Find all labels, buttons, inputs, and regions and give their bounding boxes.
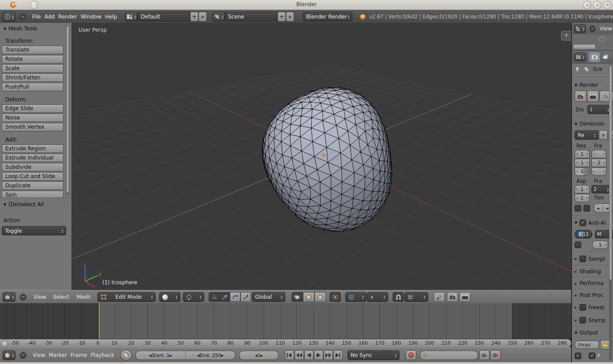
open-region-plus-handle[interactable]: +: [561, 31, 571, 41]
collapse-menus-icon[interactable]: [20, 14, 26, 20]
frame-rate-dropdown[interactable]: 2 ▴▾: [591, 185, 611, 193]
tool-shelf-scrollbar[interactable]: [66, 26, 69, 195]
shelf-button[interactable]: Rotate: [2, 55, 64, 63]
proportional-falloff-dropdown[interactable]: ∧ ▴▾: [367, 292, 388, 302]
menu-mesh[interactable]: Mesh: [75, 294, 93, 300]
add-scene-button[interactable]: +: [277, 12, 286, 22]
pin-icon[interactable]: [575, 67, 580, 72]
shelf-button[interactable]: Extrude Individual: [2, 154, 64, 162]
dimensions-panel-header[interactable]: ▼ Dimensio: [575, 121, 604, 127]
overwrite-checkbox[interactable]: ✓: [575, 353, 581, 359]
collapse-menus-icon[interactable]: [20, 294, 26, 301]
outliner-horizontal-scrollbar[interactable]: [573, 44, 596, 49]
menu-add[interactable]: Add: [43, 14, 56, 20]
aa-samples-field[interactable]: 811: [575, 230, 592, 238]
keying-set-field[interactable]: [420, 351, 478, 360]
menu-help[interactable]: Help: [103, 14, 119, 20]
frame-range-field[interactable]: ◂2▸: [591, 159, 606, 167]
editor-type-3dview-button[interactable]: ▴▾: [3, 292, 15, 302]
end-frame-field[interactable]: ◂End: 250▸: [185, 351, 235, 360]
play-button[interactable]: [314, 350, 323, 360]
delete-keyframe-button[interactable]: [490, 350, 501, 360]
add-preset-button[interactable]: +: [599, 130, 608, 140]
start-frame-field[interactable]: ◂Start: 1▸: [136, 351, 185, 360]
anti-aliasing-checkbox[interactable]: ✓: [579, 219, 586, 226]
aa-size-field[interactable]: 1▸: [592, 241, 608, 249]
delete-screen-layout-button[interactable]: ✕: [198, 12, 207, 22]
manipulator-scale-button[interactable]: [240, 292, 251, 302]
restrict-render-icon[interactable]: [599, 37, 605, 42]
sampled-motion-blur-checkbox[interactable]: [579, 256, 586, 262]
sampled-motion-blur-panel-header[interactable]: ► Sampl: [575, 256, 605, 262]
display-mode-dropdown[interactable]: I ▴▾: [587, 105, 612, 114]
freestyle-checkbox[interactable]: [579, 304, 586, 311]
screen-layout-field[interactable]: Default: [138, 12, 190, 22]
performance-panel-header[interactable]: ► Performa: [575, 280, 604, 286]
opengl-render-animation-button[interactable]: [459, 292, 471, 302]
editor-type-info-button[interactable]: i ▴▾: [3, 12, 15, 22]
menu-file[interactable]: File: [30, 14, 43, 20]
tab-render-layers-context[interactable]: [600, 52, 611, 62]
shelf-button[interactable]: Extrude Region: [2, 145, 64, 153]
shelf-button[interactable]: Edge Slide: [2, 104, 64, 113]
anti-aliasing-panel-header[interactable]: ▼ ✓ Anti-Al: [575, 219, 606, 226]
shelf-button[interactable]: Noise: [2, 114, 64, 122]
panel-drag-grip-icon[interactable]: [62, 202, 69, 207]
shelf-button[interactable]: Spin: [2, 191, 64, 197]
window-close-button[interactable]: ✕: [603, 1, 612, 9]
stamp-panel-header[interactable]: ► Stamp: [575, 317, 606, 323]
outliner-menu-view[interactable]: View: [598, 26, 613, 32]
editor-type-properties-button[interactable]: ▴▾: [574, 52, 586, 61]
jump-to-end-button[interactable]: [333, 350, 343, 360]
edge-select-mode-button[interactable]: [303, 292, 314, 302]
render-engine-dropdown[interactable]: Blender Render ▴▾: [303, 12, 352, 22]
action-dropdown[interactable]: Toggle ▴▾: [2, 226, 66, 235]
menu-window[interactable]: Window: [79, 14, 103, 20]
timeline-channels-area[interactable]: [0, 303, 571, 339]
manipulator-rotate-button[interactable]: [230, 292, 240, 302]
outliner-body[interactable]: [572, 34, 613, 50]
render-still-button[interactable]: [575, 91, 587, 102]
snap-peel-object-button[interactable]: [434, 292, 445, 302]
shading-panel-header[interactable]: ► Shading: [575, 268, 601, 275]
manipulator-translate-button[interactable]: [219, 292, 230, 302]
collapse-menus-icon[interactable]: [590, 26, 595, 32]
add-screen-layout-button[interactable]: +: [190, 12, 198, 22]
post-processing-panel-header[interactable]: ► Post Proc: [575, 292, 604, 298]
window-minimize-button[interactable]: ∨: [583, 1, 591, 9]
render-animation-button[interactable]: [587, 91, 599, 102]
transform-orientation-dropdown[interactable]: Global ▴▾: [252, 292, 285, 302]
window-maximize-button[interactable]: ∧: [593, 1, 602, 9]
menu-marker[interactable]: Marker: [47, 352, 69, 358]
shelf-button[interactable]: Loop Cut and Slide: [2, 172, 64, 181]
snap-toggle-button[interactable]: [392, 292, 404, 302]
resolution-field[interactable]: ◂5▸: [575, 167, 590, 176]
timeline-ruler[interactable]: -50-40-30-20-100102030405060708090100110…: [0, 339, 571, 348]
sync-mode-dropdown[interactable]: No Sync ▴▾: [348, 350, 400, 360]
editor-type-outliner-button[interactable]: ▴▾: [574, 24, 586, 33]
proportional-edit-dropdown[interactable]: ▴▾: [345, 292, 366, 302]
previous-keyframe-button[interactable]: [295, 350, 304, 360]
insert-keyframe-button[interactable]: [479, 350, 490, 360]
properties-scrollbar[interactable]: [609, 64, 612, 360]
vertex-select-mode-button[interactable]: [292, 292, 303, 302]
menu-view[interactable]: View: [32, 294, 48, 300]
limit-selection-visible-button[interactable]: [329, 292, 341, 302]
screen-layout-browse-button[interactable]: ▴▾: [125, 12, 138, 22]
scene-field[interactable]: Scene: [225, 12, 277, 22]
next-keyframe-button[interactable]: [324, 350, 333, 360]
tab-render-context[interactable]: [589, 52, 600, 62]
play-reverse-button[interactable]: [304, 350, 314, 360]
file-extensions-checkbox[interactable]: ✓: [589, 353, 595, 359]
shelf-button[interactable]: Translate: [2, 46, 64, 54]
viewport-shading-dropdown[interactable]: ▴▾: [159, 292, 180, 302]
jump-to-start-button[interactable]: [285, 350, 294, 360]
editor-type-timeline-button[interactable]: ▴▾: [3, 350, 15, 360]
render-panel-header[interactable]: ▼ Render: [575, 82, 598, 88]
opengl-render-image-button[interactable]: [447, 292, 458, 302]
auto-keyframe-record-button[interactable]: [406, 350, 416, 360]
output-panel-header[interactable]: ▼ Output: [575, 330, 598, 336]
aspect-field[interactable]: ◂1▸: [575, 185, 590, 193]
resolution-field[interactable]: ◂1▸: [575, 150, 590, 158]
scene-browse-button[interactable]: ▴▾: [212, 12, 225, 22]
